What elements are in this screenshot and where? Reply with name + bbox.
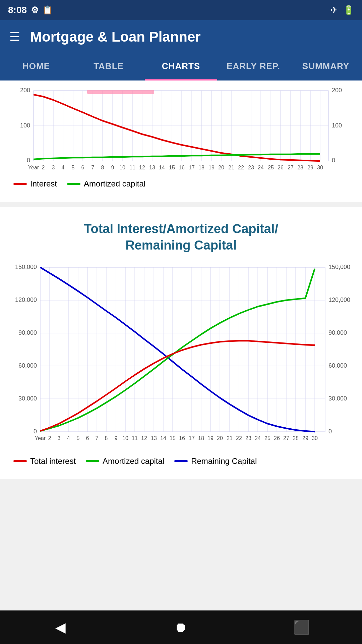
- chart2-legend: Total interest Amortized capital Remaini…: [7, 453, 355, 469]
- svg-text:8: 8: [105, 435, 108, 441]
- svg-text:4: 4: [67, 435, 70, 441]
- svg-text:29: 29: [307, 165, 313, 170]
- svg-text:4: 4: [62, 165, 65, 170]
- section-separator: [0, 202, 362, 207]
- tab-early-rep[interactable]: EARLY REP.: [217, 54, 290, 80]
- legend-amortized: Amortized capital: [67, 179, 145, 189]
- svg-text:14: 14: [159, 165, 165, 170]
- svg-text:30,000: 30,000: [18, 395, 37, 402]
- legend-total-interest-line: [13, 460, 27, 462]
- svg-text:23: 23: [248, 165, 254, 170]
- legend-amortized-line: [67, 183, 80, 185]
- svg-text:6: 6: [86, 435, 89, 441]
- svg-text:16: 16: [179, 165, 185, 170]
- svg-text:100: 100: [332, 122, 342, 129]
- svg-text:13: 13: [151, 435, 157, 441]
- menu-button[interactable]: ☰: [9, 30, 20, 44]
- legend-total-interest: Total interest: [13, 457, 76, 466]
- svg-text:24: 24: [258, 165, 264, 170]
- svg-text:6: 6: [81, 165, 84, 170]
- svg-text:21: 21: [228, 165, 234, 170]
- svg-text:9: 9: [115, 435, 118, 441]
- legend-amortized-cap-line: [86, 460, 99, 462]
- svg-text:19: 19: [207, 435, 214, 441]
- svg-text:150,000: 150,000: [328, 264, 350, 270]
- status-time: 8:08: [8, 5, 27, 15]
- svg-text:26: 26: [278, 165, 284, 170]
- svg-text:18: 18: [198, 435, 204, 441]
- svg-text:2: 2: [48, 435, 51, 441]
- svg-text:18: 18: [198, 165, 204, 170]
- svg-text:27: 27: [283, 435, 289, 441]
- svg-text:90,000: 90,000: [328, 329, 347, 336]
- svg-text:15: 15: [170, 435, 176, 441]
- svg-text:26: 26: [274, 435, 280, 441]
- svg-text:25: 25: [268, 165, 274, 170]
- svg-text:7: 7: [92, 165, 95, 170]
- svg-text:0: 0: [34, 428, 37, 435]
- airplane-icon: ✈: [330, 5, 338, 15]
- clipboard-icon: 📋: [43, 5, 53, 15]
- svg-text:5: 5: [77, 435, 80, 441]
- svg-text:22: 22: [236, 435, 242, 441]
- svg-text:30: 30: [312, 435, 318, 441]
- svg-text:150,000: 150,000: [15, 264, 37, 270]
- chart1-section: 0 100 200 0 100 200 Year 2 3 4 5 6 7 8 9…: [0, 80, 362, 202]
- svg-text:23: 23: [245, 435, 251, 441]
- svg-text:Year: Year: [28, 165, 39, 170]
- legend-amortized-cap-label: Amortized capital: [103, 457, 164, 466]
- svg-text:3: 3: [52, 165, 55, 170]
- svg-text:19: 19: [208, 165, 215, 170]
- legend-remaining-cap-line: [174, 460, 188, 462]
- chart2-wrapper: 0 30,000 60,000 90,000 120,000 150,000 0…: [7, 264, 355, 453]
- bottom-spacer: [0, 479, 362, 513]
- svg-text:10: 10: [119, 165, 125, 170]
- svg-text:28: 28: [297, 165, 303, 170]
- content-area: 0 100 200 0 100 200 Year 2 3 4 5 6 7 8 9…: [0, 80, 362, 479]
- svg-text:13: 13: [149, 165, 155, 170]
- svg-text:28: 28: [293, 435, 299, 441]
- settings-icon: ⚙: [31, 5, 39, 15]
- svg-text:0: 0: [332, 157, 335, 164]
- legend-interest-label: Interest: [30, 179, 57, 189]
- home-button[interactable]: ⏺: [168, 614, 194, 641]
- app-header: ☰ Mortgage & Loan Planner: [0, 20, 362, 54]
- svg-text:9: 9: [111, 165, 114, 170]
- tab-charts[interactable]: CHARTS: [145, 54, 217, 80]
- svg-text:25: 25: [264, 435, 270, 441]
- svg-text:10: 10: [122, 435, 128, 441]
- svg-text:8: 8: [101, 165, 104, 170]
- tab-home[interactable]: HOME: [0, 54, 72, 80]
- svg-text:27: 27: [288, 165, 294, 170]
- svg-text:2: 2: [42, 165, 45, 170]
- svg-text:30,000: 30,000: [328, 395, 347, 402]
- app-title: Mortgage & Loan Planner: [30, 29, 201, 45]
- chart2-svg: 0 30,000 60,000 90,000 120,000 150,000 0…: [7, 264, 355, 452]
- svg-text:21: 21: [227, 435, 233, 441]
- svg-text:12: 12: [139, 165, 145, 170]
- svg-text:120,000: 120,000: [15, 297, 37, 303]
- svg-text:20: 20: [218, 165, 224, 170]
- chart1-wrapper: 0 100 200 0 100 200 Year 2 3 4 5 6 7 8 9…: [7, 87, 355, 176]
- svg-text:200: 200: [20, 87, 30, 94]
- tab-summary[interactable]: SUMMARY: [290, 54, 362, 80]
- back-button[interactable]: ◀: [47, 614, 74, 641]
- svg-text:14: 14: [160, 435, 166, 441]
- status-bar: 8:08 ⚙ 📋 ✈ 🔋: [0, 0, 362, 20]
- svg-text:11: 11: [132, 435, 138, 441]
- tab-table[interactable]: TABLE: [72, 54, 145, 80]
- svg-text:11: 11: [129, 165, 135, 170]
- recents-button[interactable]: ⬛: [288, 614, 315, 641]
- svg-text:120,000: 120,000: [328, 297, 350, 303]
- legend-amortized-label: Amortized capital: [84, 179, 145, 189]
- svg-text:17: 17: [189, 435, 195, 441]
- chart1-svg: 0 100 200 0 100 200 Year 2 3 4 5 6 7 8 9…: [7, 87, 355, 174]
- svg-text:30: 30: [317, 165, 323, 170]
- svg-rect-71: [87, 90, 154, 94]
- svg-text:0: 0: [328, 428, 332, 435]
- svg-text:Year: Year: [35, 435, 46, 441]
- chart1-legend: Interest Amortized capital: [7, 176, 355, 192]
- legend-total-interest-label: Total interest: [30, 457, 76, 466]
- chart2-title: Total Interest/Amortized Capital/ Remain…: [7, 221, 355, 254]
- svg-text:200: 200: [332, 87, 342, 94]
